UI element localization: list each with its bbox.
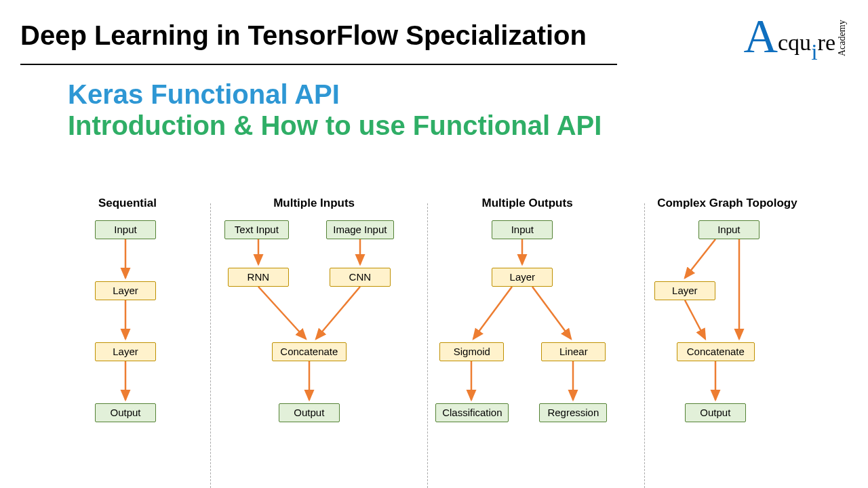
node-concat: Concatenate	[272, 342, 347, 361]
svg-line-5	[258, 287, 306, 339]
node-linear: Linear	[541, 342, 606, 361]
diagram-title: Sequential	[47, 197, 208, 210]
node-output: Output	[279, 403, 340, 422]
node-sigmoid: Sigmoid	[439, 342, 504, 361]
node-layer: Layer	[654, 281, 715, 300]
node-layer1: Layer	[95, 281, 156, 300]
diagram-title: Multiple Inputs	[208, 197, 420, 210]
logo-text-cqu: cqu	[778, 30, 811, 56]
svg-line-9	[473, 287, 512, 339]
node-image-input: Image Input	[326, 220, 394, 239]
node-input: Input	[95, 220, 156, 239]
diagram-sequential: Sequential Input Layer Layer Output	[47, 197, 208, 488]
header: Deep Learning in TensorFlow Specializati…	[0, 0, 868, 56]
logo-letter-a: A	[743, 18, 778, 56]
subtitle-line1: Keras Functional API	[68, 79, 868, 110]
page-title: Deep Learning in TensorFlow Specializati…	[20, 20, 587, 50]
diagram-multiple-outputs: Multiple Outputs Input Layer Sigmoid Lin…	[420, 197, 633, 488]
node-layer2: Layer	[95, 342, 156, 361]
node-cnn: CNN	[330, 268, 391, 287]
node-input: Input	[698, 220, 760, 239]
node-text-input: Text Input	[224, 220, 289, 239]
diagram-multiple-inputs: Multiple Inputs Text Input Image Input R…	[208, 197, 420, 488]
logo-letter-i: i	[811, 39, 817, 65]
logo-text-re: re	[818, 30, 835, 56]
node-concat: Concatenate	[677, 342, 755, 361]
svg-line-6	[316, 287, 360, 339]
node-regression: Regression	[539, 403, 607, 422]
node-input: Input	[492, 220, 553, 239]
diagram-complex-topology: Complex Graph Topology Input Layer Conca…	[634, 197, 821, 488]
node-output: Output	[95, 403, 156, 422]
node-classification: Classification	[435, 403, 509, 422]
svg-line-15	[685, 300, 705, 339]
subtitles: Keras Functional API Introduction & How …	[0, 65, 868, 141]
diagrams-row: Sequential Input Layer Layer Output Mult…	[0, 197, 868, 488]
node-rnn: RNN	[228, 268, 289, 287]
diagram-title: Complex Graph Topology	[634, 197, 821, 210]
svg-line-13	[685, 239, 715, 278]
brand-logo: A cqu i re Academy	[743, 18, 848, 56]
logo-text-academy: Academy	[837, 18, 848, 58]
node-layer: Layer	[492, 268, 553, 287]
svg-line-10	[532, 287, 571, 339]
subtitle-line2: Introduction & How to use Functional API	[68, 110, 868, 141]
diagram-title: Multiple Outputs	[420, 197, 633, 210]
node-output: Output	[685, 403, 746, 422]
